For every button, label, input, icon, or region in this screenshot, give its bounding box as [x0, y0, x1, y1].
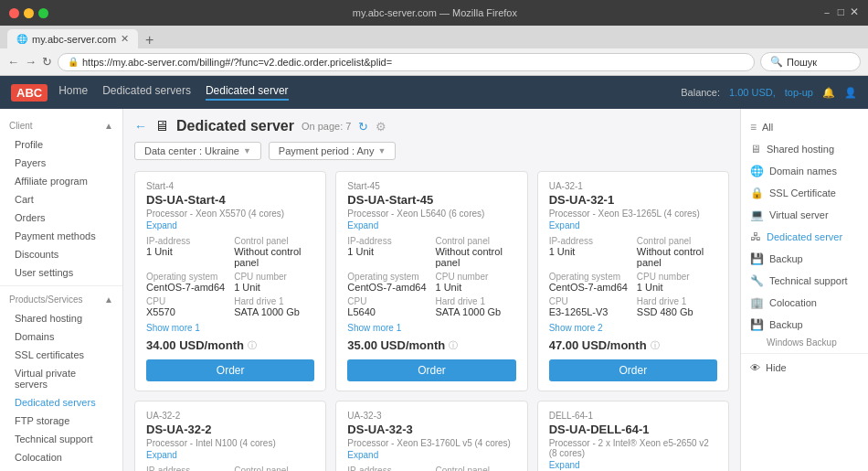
right-sidebar-item-dedicated[interactable]: 🖧 Dedicated server	[741, 226, 868, 248]
right-sidebar-item-all[interactable]: ≡ All	[741, 116, 868, 138]
sidebar-item-dedicated[interactable]: Dedicated servers	[0, 393, 122, 412]
card-2-info-icon[interactable]: ⓘ	[651, 339, 660, 352]
sidebar-item-discounts[interactable]: Discounts	[0, 245, 122, 263]
card-0-order-button[interactable]: Order	[146, 359, 314, 381]
right-sidebar-item-ssl[interactable]: 🔒 SSL Certificate	[741, 182, 868, 204]
data-center-filter[interactable]: Data center : Ukraine ▼	[134, 142, 261, 160]
sidebar-item-domains[interactable]: Domains	[0, 327, 122, 346]
sidebar-client-label: Client	[9, 121, 33, 131]
card-2-name: DS-UA-32-1	[549, 193, 717, 207]
sidebar-item-affiliate[interactable]: Affiliate program	[0, 172, 122, 190]
right-sidebar-item-backup2[interactable]: 💾 Backup	[741, 314, 868, 336]
hide-icon: 👁	[750, 362, 760, 373]
sidebar-item-tech-support[interactable]: Technical support	[0, 430, 122, 448]
payment-period-filter[interactable]: Payment period : Any ▼	[269, 142, 396, 160]
nav-dedicated-server[interactable]: Dedicated server	[206, 84, 289, 101]
card-0-info-icon[interactable]: ⓘ	[248, 339, 257, 352]
nav-home[interactable]: Home	[58, 84, 88, 101]
right-label-tech: Technical support	[769, 275, 848, 286]
browser-dot-yellow[interactable]	[24, 8, 34, 18]
search-bar[interactable]: 🔍 Пошук	[760, 52, 861, 71]
server-card-3: UA-32-2 DS-UA-32-2 Processor - Intel N10…	[134, 401, 326, 471]
sidebar-item-ftp[interactable]: FTP storage	[0, 412, 122, 430]
browser-tab[interactable]: 🌐 my.abc-server.com ✕	[7, 29, 138, 48]
tech-icon: 🔧	[750, 274, 764, 287]
sidebar-item-payment-methods[interactable]: Payment methods	[0, 227, 122, 245]
card-0-hdd-value: SATA 1000 Gb	[234, 306, 314, 317]
browser-dot-red[interactable]	[9, 8, 19, 18]
sidebar-item-user-settings[interactable]: User settings	[0, 263, 122, 282]
sidebar-item-profile[interactable]: Profile	[0, 135, 122, 154]
card-1-cpunum-value: 1 Unit	[435, 282, 515, 293]
payment-dropdown-icon: ▼	[377, 146, 386, 155]
top-up-link[interactable]: top-up	[785, 87, 813, 98]
card-5-expand[interactable]: Expand	[549, 460, 717, 470]
card-1-order-button[interactable]: Order	[347, 359, 515, 381]
notification-icon[interactable]: 🔔	[822, 87, 835, 99]
card-1-info-icon[interactable]: ⓘ	[449, 339, 458, 352]
nav-dedicated-servers[interactable]: Dedicated servers	[102, 84, 191, 101]
card-1-cp-value: Without control panel	[435, 246, 515, 268]
browser-close-icon[interactable]: ✕	[850, 5, 859, 21]
domain-icon: 🌐	[750, 165, 764, 177]
filter-payment-label: Payment period : Any	[279, 145, 375, 156]
sidebar-item-payers[interactable]: Payers	[0, 154, 122, 172]
top-app-nav: ABC Home Dedicated servers Dedicated ser…	[0, 76, 868, 109]
right-label-shared: Shared hosting	[767, 144, 834, 155]
browser-minimize-icon[interactable]: －	[821, 5, 832, 21]
right-sidebar-hide-button[interactable]: 👁 Hide	[741, 358, 868, 378]
server-card-2: UA-32-1 DS-UA-32-1 Processor - Xeon E3-1…	[537, 171, 729, 391]
all-icon: ≡	[750, 121, 757, 134]
right-sidebar-item-virtual[interactable]: 💻 Virtual server	[741, 204, 868, 226]
sidebar-item-vps[interactable]: Virtual private servers	[0, 364, 122, 393]
card-1-expand[interactable]: Expand	[347, 220, 515, 230]
sidebar-item-backup[interactable]: Backup	[0, 466, 122, 471]
right-sidebar-item-tech[interactable]: 🔧 Technical support	[741, 270, 868, 292]
back-nav-button[interactable]: ←	[7, 55, 19, 69]
right-sidebar: ≡ All 🖥 Shared hosting 🌐 Domain names 🔒 …	[740, 109, 868, 471]
ssl-icon: 🔒	[750, 187, 764, 199]
card-2-expand[interactable]: Expand	[549, 220, 717, 230]
address-bar[interactable]: 🔒 https://my.abc-server.com/billing#/?fu…	[58, 53, 755, 71]
right-sidebar-item-shared[interactable]: 🖥 Shared hosting	[741, 138, 868, 160]
new-tab-button[interactable]: +	[140, 32, 159, 48]
page-settings-icon[interactable]: ⚙	[376, 120, 386, 134]
sidebar-item-shared-hosting[interactable]: Shared hosting	[0, 309, 122, 327]
secure-icon: 🔒	[68, 57, 79, 67]
sidebar-item-cart[interactable]: Cart	[0, 190, 122, 209]
back-button[interactable]: ←	[134, 119, 147, 134]
balance-value: 1.00 USD,	[729, 87, 776, 98]
card-0-cpu-label: CPU	[146, 296, 227, 306]
card-0-expand[interactable]: Expand	[146, 220, 314, 230]
card-4-expand[interactable]: Expand	[347, 450, 515, 460]
card-0-show-more[interactable]: Show more 1	[146, 323, 314, 333]
card-2-order-button[interactable]: Order	[549, 359, 717, 381]
card-1-show-more[interactable]: Show more 1	[347, 323, 515, 333]
refresh-nav-button[interactable]: ↻	[42, 55, 52, 69]
card-2-cpu-label: CPU	[549, 296, 630, 306]
browser-maximize-icon[interactable]: □	[838, 5, 844, 21]
card-2-processor: Processor - Xeon E3-1265L (4 cores)	[549, 209, 717, 219]
right-sidebar-item-colocation[interactable]: 🏢 Colocation	[741, 292, 868, 314]
tab-close-icon[interactable]: ✕	[121, 33, 129, 45]
right-sidebar-item-backup[interactable]: 💾 Backup	[741, 248, 868, 270]
card-3-expand[interactable]: Expand	[146, 450, 314, 460]
forward-nav-button[interactable]: →	[25, 55, 37, 69]
card-0-category: Start-4	[146, 181, 314, 191]
browser-dot-green[interactable]	[38, 8, 48, 18]
card-0-ip-value: 1 Unit	[146, 246, 227, 257]
card-4-ip-label: IP-address	[347, 466, 428, 471]
sidebar-item-orders[interactable]: Orders	[0, 209, 122, 227]
sidebar-item-colocation[interactable]: Colocation	[0, 448, 122, 466]
shared-hosting-icon: 🖥	[750, 143, 761, 155]
page-refresh-icon[interactable]: ↻	[358, 120, 368, 134]
user-icon[interactable]: 👤	[844, 87, 857, 99]
right-sidebar-item-domains[interactable]: 🌐 Domain names	[741, 160, 868, 182]
sidebar-item-ssl[interactable]: SSL certificates	[0, 346, 122, 364]
sidebar-products-group[interactable]: Products/Services ▲	[0, 290, 122, 309]
page-info: On page: 7	[302, 121, 351, 132]
card-2-show-more[interactable]: Show more 2	[549, 323, 717, 333]
sidebar-client-group[interactable]: Client ▲	[0, 116, 122, 135]
card-1-ip-value: 1 Unit	[347, 246, 428, 257]
card-0-ip-label: IP-address	[146, 236, 227, 246]
